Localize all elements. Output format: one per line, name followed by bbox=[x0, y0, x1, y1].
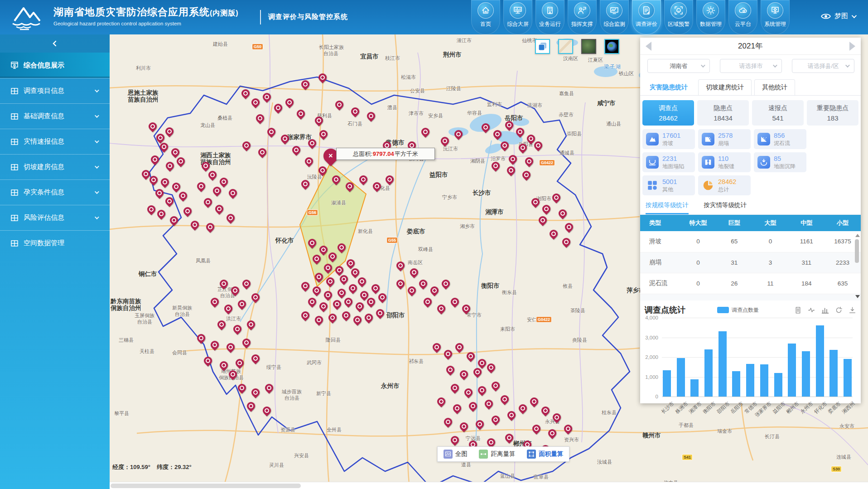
chevron-down-icon bbox=[95, 164, 99, 169]
chart-bar bbox=[663, 370, 671, 397]
region-select-2[interactable]: 请选择市 bbox=[720, 59, 782, 73]
subtab-1[interactable]: 按规模等级统计 bbox=[646, 201, 689, 214]
nav-item-monitor[interactable]: 综合监测 bbox=[600, 0, 629, 34]
sidebar-item-6[interactable]: 孕灾条件信息 bbox=[0, 179, 110, 205]
tab-1[interactable]: 灾害隐患统计 bbox=[642, 79, 695, 95]
nav-item-business[interactable]: 业务运行 bbox=[535, 0, 564, 34]
chevron-down-icon bbox=[95, 113, 99, 118]
table-cell: 11 bbox=[752, 273, 789, 294]
layer-button-satellite[interactable] bbox=[581, 39, 596, 54]
previous-year-button[interactable] bbox=[646, 42, 651, 51]
user-menu[interactable]: 梦图 bbox=[821, 12, 855, 20]
nav-item-bigscreen[interactable]: 综合大屏 bbox=[503, 0, 532, 34]
table-cell: 3 bbox=[752, 252, 789, 273]
layer-button-globe[interactable] bbox=[604, 39, 619, 54]
layer-button-street[interactable] bbox=[558, 39, 573, 54]
chart-bar bbox=[844, 359, 852, 397]
table-scrollbar-thumb[interactable] bbox=[855, 239, 859, 263]
grid-icon bbox=[10, 239, 19, 248]
download-icon[interactable] bbox=[849, 306, 856, 314]
scrollbar-thumb[interactable] bbox=[111, 484, 301, 488]
scroll-down-icon[interactable] bbox=[855, 295, 860, 298]
chevron-down-icon bbox=[95, 88, 99, 92]
table-cell: 0 bbox=[752, 231, 789, 252]
sidebar-item-8[interactable]: 空间数据管理 bbox=[0, 230, 110, 256]
stat-card[interactable]: 调查点28462 bbox=[642, 100, 694, 126]
nav-item-survey[interactable]: 调查评价 bbox=[632, 0, 661, 34]
subtab-2[interactable]: 按灾情等级统计 bbox=[704, 201, 747, 214]
stat-card-label: 速报点 bbox=[768, 104, 787, 112]
hazard-tile: 5001其他 bbox=[642, 175, 695, 195]
scroll-up-icon[interactable] bbox=[855, 234, 860, 237]
nav-item-gear[interactable]: 数据管理 bbox=[696, 0, 725, 34]
stat-card-label: 重要隐患点 bbox=[817, 104, 849, 112]
table-scrollbar[interactable] bbox=[854, 234, 860, 298]
road-badge: G56 bbox=[307, 209, 318, 216]
file-icon[interactable] bbox=[794, 306, 802, 314]
map-tool-fullmap[interactable]: 全图 bbox=[444, 450, 468, 459]
chart-bar bbox=[746, 364, 754, 397]
chart-legend: 调查点数量 bbox=[717, 306, 759, 314]
road-badge: G0422 bbox=[536, 316, 552, 323]
chevron-down-icon bbox=[845, 63, 850, 68]
debris-icon bbox=[757, 133, 770, 145]
board-icon bbox=[10, 61, 19, 70]
map-tool-area[interactable]: 面积量算 bbox=[527, 450, 563, 459]
tile-value: 28462 bbox=[718, 178, 736, 186]
chart-gridline bbox=[662, 397, 853, 397]
monitor-icon bbox=[606, 2, 622, 19]
stat-card[interactable]: 重要隐患点183 bbox=[807, 100, 858, 126]
map-tool-distance[interactable]: 距离量算 bbox=[479, 450, 515, 459]
nav-item-command[interactable]: 指挥支撑 bbox=[568, 0, 597, 34]
tile-value: 2578 bbox=[718, 131, 733, 140]
hazard-tile: 85地面沉降 bbox=[754, 152, 806, 172]
chart-bar bbox=[690, 379, 699, 397]
sidebar-item-1[interactable]: 综合信息展示 bbox=[0, 53, 110, 78]
nav-item-home[interactable]: 首页 bbox=[471, 0, 500, 34]
tab-2[interactable]: 切坡建房统计 bbox=[698, 79, 752, 95]
table-cell: 滑坡 bbox=[640, 231, 680, 252]
survey-icon bbox=[638, 2, 655, 19]
y-axis-label: 1,000 bbox=[640, 374, 658, 380]
nav-item-system[interactable]: 系统管理 bbox=[761, 0, 790, 34]
tile-label: 其他 bbox=[662, 186, 677, 193]
sidebar-item-label: 基础调查信息 bbox=[24, 112, 64, 121]
command-icon bbox=[574, 2, 590, 19]
tab-3[interactable]: 其他统计 bbox=[754, 79, 795, 95]
horizontal-scrollbar[interactable] bbox=[110, 482, 868, 489]
sidebar-item-7[interactable]: 风险评估信息 bbox=[0, 205, 110, 230]
chart-bar bbox=[677, 358, 685, 397]
stat-card[interactable]: 速报点541 bbox=[752, 100, 804, 126]
sidebar-item-3[interactable]: 基础调查信息 bbox=[0, 103, 110, 129]
chevron-down-icon bbox=[773, 63, 777, 68]
nav-item-cloud[interactable]: 云平台 bbox=[728, 0, 757, 34]
page-title: 湖南省地质灾害防治综合应用系统(内测版) bbox=[53, 5, 239, 19]
table-row: 滑坡0650116116375 bbox=[640, 231, 861, 252]
next-year-button[interactable] bbox=[849, 42, 855, 51]
refresh-icon[interactable] bbox=[835, 306, 843, 314]
stat-card[interactable]: 隐患点18434 bbox=[697, 100, 749, 126]
table-header-cell: 中型 bbox=[788, 215, 825, 231]
bars-icon[interactable] bbox=[821, 306, 829, 314]
tile-value: 85 bbox=[774, 155, 796, 163]
sidebar-item-4[interactable]: 灾情速报信息 bbox=[0, 129, 110, 154]
stat-subtabs: 按规模等级统计按灾情等级统计 bbox=[640, 196, 861, 214]
home-icon bbox=[477, 2, 494, 19]
region-select-3[interactable]: 请选择县/区 bbox=[792, 59, 854, 73]
distance-icon bbox=[479, 450, 488, 459]
sidebar-item-5[interactable]: 切坡建房信息 bbox=[0, 154, 110, 179]
sidebar-collapse-button[interactable] bbox=[0, 34, 110, 53]
layer-button-layers[interactable] bbox=[535, 39, 550, 54]
nav-item-label: 指挥支撑 bbox=[571, 20, 593, 28]
tile-text: 110地裂缝 bbox=[718, 155, 734, 169]
pulse-icon[interactable] bbox=[808, 306, 815, 314]
business-icon bbox=[542, 2, 558, 19]
y-axis-label: 2,000 bbox=[640, 354, 658, 360]
sidebar-item-2[interactable]: 调查项目信息 bbox=[0, 78, 110, 103]
chevron-left-icon bbox=[51, 40, 58, 47]
stat-card-label: 隐患点 bbox=[714, 104, 733, 112]
nav-item-alert[interactable]: 区域预警 bbox=[664, 0, 693, 34]
region-select-1[interactable]: 湖南省 bbox=[647, 59, 710, 73]
subside-icon bbox=[757, 156, 770, 169]
road-badge: S41 bbox=[682, 454, 693, 460]
